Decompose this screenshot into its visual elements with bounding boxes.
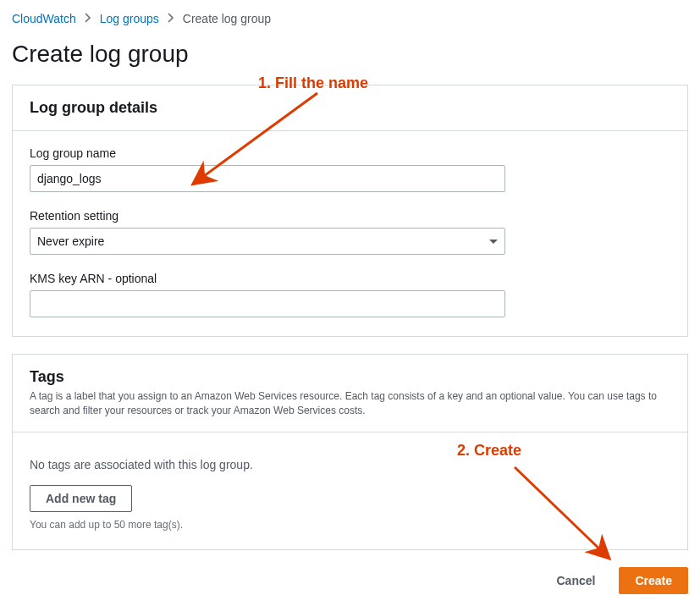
log-group-name-input[interactable] [30, 165, 505, 192]
tags-hint: You can add up to 50 more tag(s). [30, 519, 670, 531]
add-new-tag-button[interactable]: Add new tag [30, 485, 132, 512]
retention-select[interactable]: Never expire [30, 228, 505, 255]
breadcrumb: CloudWatch Log groups Create log group [12, 12, 688, 25]
field-log-group-name: Log group name [30, 146, 670, 192]
kms-input[interactable] [30, 290, 505, 317]
log-group-name-label: Log group name [30, 146, 670, 160]
panel-body: No tags are associated with this log gro… [13, 432, 687, 549]
chevron-right-icon [168, 12, 174, 25]
field-retention-setting: Retention setting Never expire [30, 209, 670, 255]
no-tags-message: No tags are associated with this log gro… [30, 458, 670, 471]
breadcrumb-section[interactable]: Log groups [100, 12, 159, 25]
page-title: Create log group [12, 41, 688, 68]
panel-title: Log group details [30, 99, 670, 117]
panel-header: Log group details [13, 85, 687, 131]
field-kms-key: KMS key ARN - optional [30, 272, 670, 317]
retention-value: Never expire [37, 234, 104, 248]
panel-body: Log group name Retention setting Never e… [13, 131, 687, 336]
breadcrumb-current: Create log group [183, 12, 271, 25]
kms-label: KMS key ARN - optional [30, 272, 670, 285]
panel-header: Tags A tag is a label that you assign to… [13, 355, 687, 432]
create-button[interactable]: Create [619, 567, 688, 594]
tags-description: A tag is a label that you assign to an A… [30, 389, 670, 418]
retention-label: Retention setting [30, 209, 670, 223]
cancel-button[interactable]: Cancel [541, 567, 610, 594]
panel-title: Tags [30, 368, 670, 386]
log-group-details-panel: Log group details Log group name Retenti… [12, 85, 688, 337]
caret-down-icon [489, 240, 498, 244]
breadcrumb-service[interactable]: CloudWatch [12, 12, 76, 25]
form-actions: Cancel Create [12, 567, 688, 594]
chevron-right-icon [85, 12, 91, 25]
tags-panel: Tags A tag is a label that you assign to… [12, 354, 688, 550]
